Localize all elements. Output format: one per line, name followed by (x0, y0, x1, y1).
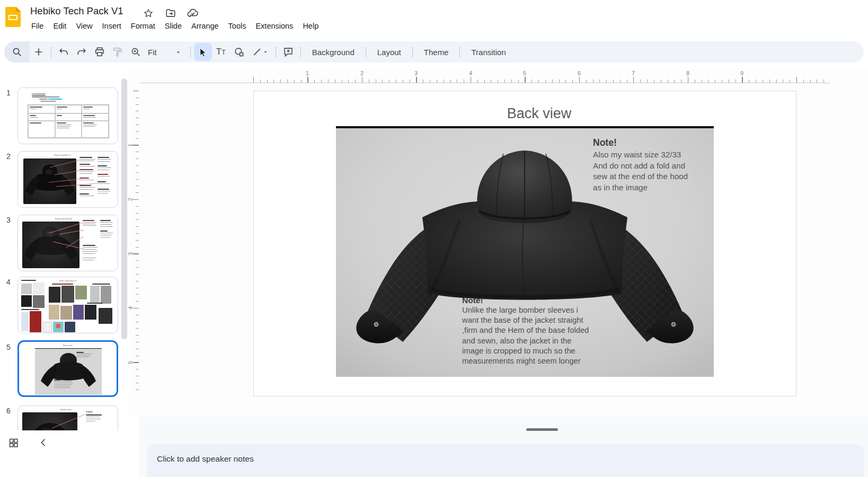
speaker-notes-panel[interactable]: Click to add speaker notes (147, 444, 864, 477)
grid-view-button[interactable] (7, 436, 20, 449)
slide-thumbnail-1[interactable]: Introduction (17, 87, 118, 144)
search-icon (11, 46, 23, 58)
printer-icon (94, 46, 105, 58)
slide-thumbnail-5[interactable]: Back view (17, 340, 118, 397)
menu-help[interactable]: Help (298, 20, 323, 33)
reference-photo (49, 305, 59, 320)
filmstrip-scrollbar[interactable] (121, 78, 127, 339)
mini-label: Lining (86, 410, 92, 413)
zoom-button[interactable] (127, 43, 145, 61)
move-button[interactable] (164, 7, 177, 20)
slides-logo-icon[interactable] (5, 7, 21, 27)
slide-thumbnail-4[interactable]: Front view info v3 (17, 277, 118, 333)
reference-photo (90, 286, 100, 304)
star-icon (143, 8, 154, 19)
shape-icon (233, 46, 245, 58)
h-ruler-number: 3 (414, 70, 418, 76)
h-ruler-number: 9 (740, 70, 743, 76)
menu-edit[interactable]: Edit (48, 20, 71, 33)
comment-plus-icon (282, 46, 294, 58)
zoom-value: Fit (148, 48, 157, 57)
zoom-in-icon (130, 46, 141, 58)
mini-slide-title: Back view (19, 344, 117, 347)
caret-down-icon (262, 49, 269, 55)
slide-number: 3 (3, 216, 14, 224)
print-button[interactable] (91, 43, 109, 61)
menu-tools[interactable]: Tools (224, 20, 251, 33)
menu-insert[interactable]: Insert (98, 20, 126, 33)
h-ruler-number: 5 (523, 70, 526, 76)
select-tool-button[interactable] (194, 43, 212, 61)
chevron-left-icon (38, 437, 49, 448)
shape-tool-button[interactable] (230, 43, 248, 61)
reference-photo (30, 311, 41, 332)
reference-photo (65, 322, 75, 332)
h-ruler-number: 8 (686, 70, 689, 76)
mini-annotation-lines (18, 152, 118, 208)
menu-slide[interactable]: Slide (160, 20, 187, 33)
save-status-button[interactable] (187, 7, 199, 20)
text-box-tool-button[interactable]: TT (212, 43, 230, 61)
collapse-filmstrip-button[interactable] (37, 436, 50, 449)
reference-photo (60, 306, 72, 320)
search-menus-button[interactable] (4, 41, 30, 63)
menu-format[interactable]: Format (126, 20, 160, 33)
undo-button[interactable] (55, 43, 73, 61)
slide-number: 1 (3, 89, 14, 97)
undo-icon (58, 46, 69, 58)
reference-photo (21, 295, 32, 307)
reference-photo (85, 305, 96, 320)
star-button[interactable] (142, 7, 155, 20)
note-body: Also my waist size 32/33 And do not add … (593, 149, 710, 193)
zoom-select[interactable]: Fit (145, 48, 187, 57)
caret-down-icon (175, 49, 182, 56)
theme-button[interactable]: Theme (416, 48, 457, 57)
reference-photo (56, 324, 60, 328)
note-textbox-bottom[interactable]: Note! Unlike the large bomber sleeves i … (462, 296, 604, 366)
reference-photo (75, 286, 87, 299)
speaker-notes-resize-handle[interactable] (526, 428, 558, 431)
slide-thumbnail-6[interactable]: Interior view Lining (17, 405, 118, 430)
layout-button[interactable]: Layout (369, 48, 409, 57)
redo-button[interactable] (73, 43, 91, 61)
slide-thumbnail-2[interactable]: Front view/info v1 (17, 151, 118, 208)
mini-table (28, 104, 109, 138)
mini-slide-title: Introduction (32, 92, 46, 95)
insert-comment-button[interactable] (279, 43, 297, 61)
reference-photo (101, 286, 111, 304)
reference-photo (49, 287, 60, 303)
note-textbox-top[interactable]: Note! Also my waist size 32/33 And do no… (593, 137, 710, 193)
paint-format-button[interactable] (109, 43, 127, 61)
mini-annotation-lines (18, 215, 118, 271)
h-ruler-number: 6 (578, 70, 581, 76)
slide-number: 4 (3, 278, 14, 286)
speaker-notes-placeholder[interactable]: Click to add speaker notes (157, 454, 254, 464)
line-tool-button[interactable] (248, 43, 272, 61)
new-slide-button[interactable] (30, 43, 48, 61)
h-ruler-number: 4 (469, 70, 472, 76)
filmstrip-footer (0, 430, 129, 477)
top-bar: Hebiko Tech Pack V1 File Edit View Inser… (0, 0, 868, 34)
reference-photo (99, 308, 112, 324)
reference-photo (21, 312, 29, 331)
line-icon (252, 47, 262, 57)
slide-thumbnail-3[interactable]: Front view info V2 (17, 215, 118, 271)
transition-button[interactable]: Transition (463, 48, 513, 57)
document-title[interactable]: Hebiko Tech Pack V1 (30, 5, 123, 17)
menu-file[interactable]: File (26, 20, 48, 33)
slide-page[interactable]: Back view (253, 91, 796, 396)
logo-bar (8, 15, 17, 20)
paint-roller-icon (112, 46, 123, 58)
note-heading: Note! (462, 296, 604, 305)
menu-arrange[interactable]: Arrange (187, 20, 224, 33)
menu-extensions[interactable]: Extensions (251, 20, 298, 33)
folder-move-icon (165, 7, 176, 19)
cursor-arrow-icon (197, 47, 208, 58)
cloud-check-icon (187, 7, 199, 20)
h-ruler-number: 1 (306, 70, 309, 76)
slide-number: 2 (3, 152, 14, 161)
background-button[interactable]: Background (304, 48, 362, 57)
slide-title-textbox[interactable]: Back view (268, 105, 810, 122)
menu-view[interactable]: View (71, 20, 97, 33)
v-ruler-number: 3 (127, 252, 134, 255)
